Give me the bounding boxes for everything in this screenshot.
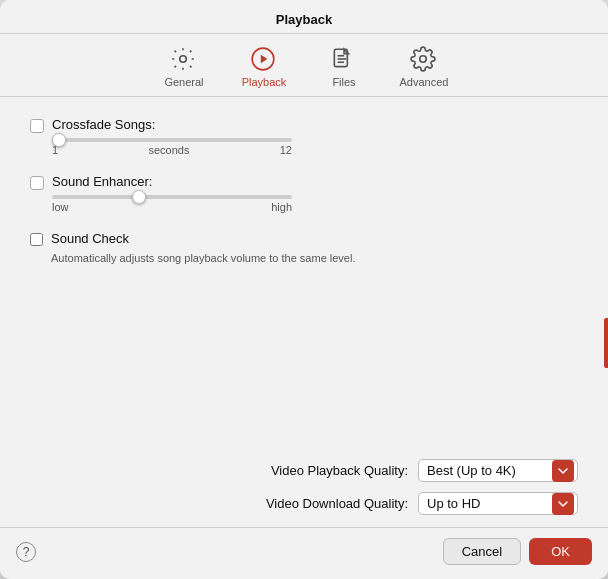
sound-enhancer-max: high [271, 201, 292, 213]
crossfade-max: 12 [280, 144, 292, 156]
tab-playback-label: Playback [242, 76, 287, 88]
video-playback-label: Video Playback Quality: [228, 463, 408, 478]
ok-button[interactable]: OK [529, 538, 592, 565]
crossfade-row: Crossfade Songs: 1 seconds 12 [30, 117, 578, 156]
tab-advanced-label: Advanced [400, 76, 449, 88]
crossfade-block: Crossfade Songs: 1 seconds 12 [52, 117, 578, 156]
footer-actions: Cancel OK [443, 538, 592, 565]
window-title: Playback [0, 0, 608, 34]
svg-point-0 [180, 56, 187, 63]
svg-point-7 [420, 56, 427, 63]
help-label: ? [23, 545, 30, 559]
video-playback-row: Video Playback Quality: Best (Up to 4K) … [30, 459, 578, 482]
tab-general-label: General [164, 76, 203, 88]
crossfade-label: Crossfade Songs: [52, 117, 578, 132]
side-indicator [604, 318, 608, 368]
gear-icon [170, 46, 198, 74]
help-button[interactable]: ? [16, 542, 36, 562]
svg-rect-3 [334, 49, 347, 66]
sound-enhancer-checkbox[interactable] [30, 176, 44, 190]
cancel-button[interactable]: Cancel [443, 538, 521, 565]
sound-enhancer-slider-labels: low high [52, 201, 292, 213]
sound-enhancer-row: Sound Enhancer: low high [30, 174, 578, 213]
sound-check-checkbox[interactable] [30, 233, 43, 246]
crossfade-slider-thumb[interactable] [52, 133, 66, 147]
sound-enhancer-label: Sound Enhancer: [52, 174, 578, 189]
files-icon [330, 46, 358, 74]
sound-enhancer-block: Sound Enhancer: low high [52, 174, 578, 213]
quality-section: Video Playback Quality: Best (Up to 4K) … [0, 447, 608, 527]
advanced-icon [410, 46, 438, 74]
tab-files-label: Files [332, 76, 355, 88]
toolbar: General Playback [0, 34, 608, 97]
tab-playback[interactable]: Playback [224, 42, 304, 96]
tab-advanced[interactable]: Advanced [384, 42, 464, 96]
crossfade-slider-track[interactable] [52, 138, 292, 142]
title-text: Playback [276, 12, 332, 27]
sound-check-description: Automatically adjusts song playback volu… [51, 252, 356, 264]
crossfade-unit: seconds [148, 144, 189, 156]
preferences-window: Playback General Playback [0, 0, 608, 579]
tab-files[interactable]: Files [304, 42, 384, 96]
sound-enhancer-min: low [52, 201, 69, 213]
sound-enhancer-slider-track[interactable] [52, 195, 292, 199]
cancel-label: Cancel [462, 544, 502, 559]
video-download-label: Video Download Quality: [228, 496, 408, 511]
tab-general[interactable]: General [144, 42, 224, 96]
playback-icon [250, 46, 278, 74]
content-area: Crossfade Songs: 1 seconds 12 Sound Enha… [0, 97, 608, 447]
sound-check-label: Sound Check [51, 231, 356, 246]
video-download-select[interactable]: Best (Up to 4K) Up to HD Up to SD [418, 492, 578, 515]
ok-label: OK [551, 544, 570, 559]
video-download-select-wrapper: Best (Up to 4K) Up to HD Up to SD [418, 492, 578, 515]
footer: ? Cancel OK [0, 527, 608, 579]
sound-check-block: Sound Check Automatically adjusts song p… [51, 231, 356, 264]
video-playback-select-wrapper: Best (Up to 4K) Up to HD Up to SD [418, 459, 578, 482]
sound-enhancer-slider-thumb[interactable] [132, 190, 146, 204]
crossfade-checkbox[interactable] [30, 119, 44, 133]
video-playback-select[interactable]: Best (Up to 4K) Up to HD Up to SD [418, 459, 578, 482]
crossfade-slider-labels: 1 seconds 12 [52, 144, 292, 156]
video-download-row: Video Download Quality: Best (Up to 4K) … [30, 492, 578, 515]
sound-check-row: Sound Check Automatically adjusts song p… [30, 231, 578, 264]
svg-marker-2 [261, 55, 268, 64]
